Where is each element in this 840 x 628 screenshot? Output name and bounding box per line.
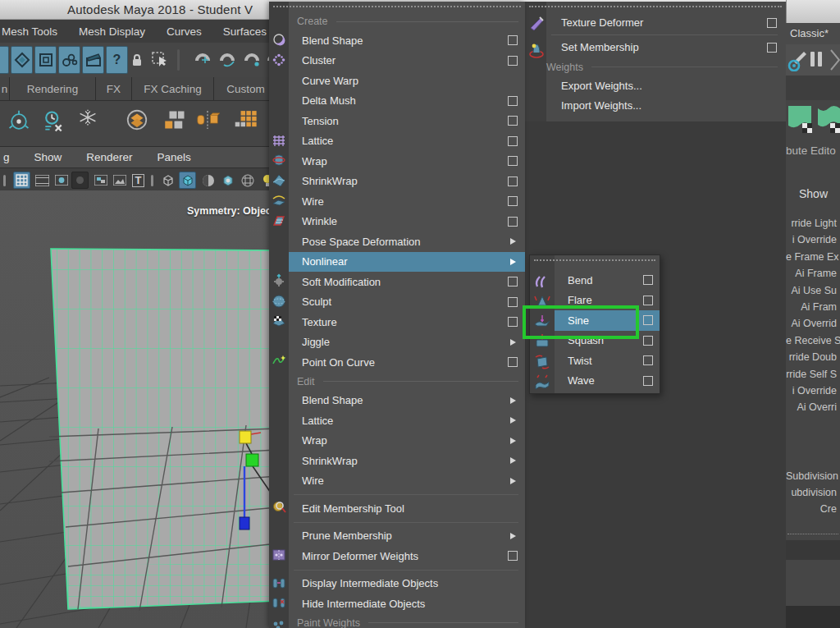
viewport-canvas[interactable] <box>0 190 279 628</box>
film-gate-icon[interactable] <box>34 172 51 189</box>
submenu-item-bend[interactable]: Bend <box>555 270 660 291</box>
option-box[interactable] <box>643 275 653 285</box>
option-box[interactable] <box>508 116 518 126</box>
pause-icon[interactable] <box>818 52 822 66</box>
menu-item-pose-space-deformation[interactable]: Pose Space Deformation <box>289 231 525 252</box>
menu-mesh-tools[interactable]: Mesh Tools <box>2 25 57 38</box>
menu-item-mirror-deformer-weights[interactable]: Mirror Deformer Weights <box>289 546 525 566</box>
option-box[interactable] <box>643 355 653 365</box>
menu-item-texture[interactable]: Texture <box>289 312 525 332</box>
menu-tearoff-line[interactable] <box>273 6 521 7</box>
menu-item-sculpt[interactable]: Sculpt <box>289 292 525 313</box>
menu-item-edit-membership-tool[interactable]: Edit Membership Tool <box>289 498 525 519</box>
diamond-icon[interactable] <box>11 46 33 74</box>
option-box[interactable] <box>643 296 653 305</box>
snap-curve-magnet-icon[interactable] <box>215 48 240 72</box>
slider-handle-icon[interactable] <box>2 172 8 189</box>
wireframe-cube-icon[interactable] <box>159 172 176 189</box>
option-box[interactable] <box>508 156 518 166</box>
menu-item-cluster[interactable]: Cluster <box>289 51 525 71</box>
menu-item-edit-shrinkwrap[interactable]: ShrinkWrap <box>289 451 525 471</box>
joint-handle-green[interactable] <box>246 454 258 466</box>
menu-item-import-weights[interactable]: Import Weights... <box>546 95 786 115</box>
attribute-editor-show-menu[interactable]: Show <box>799 187 828 200</box>
menu-item-edit-wrap[interactable]: Wrap <box>289 431 525 452</box>
field-chart-icon[interactable] <box>92 172 109 189</box>
menu-surfaces[interactable]: Surfaces <box>223 25 267 38</box>
menu-item-wrap[interactable]: Wrap <box>289 151 525 172</box>
menu-item-prune-membership[interactable]: Prune Membership <box>289 526 525 547</box>
tab-fx-caching[interactable]: FX Caching <box>132 77 214 100</box>
option-box[interactable] <box>508 277 518 286</box>
shaded-textured-icon[interactable] <box>199 172 217 189</box>
option-box[interactable] <box>508 217 518 227</box>
menu-curves[interactable]: Curves <box>167 25 202 38</box>
snap-partial-button[interactable] <box>0 46 9 74</box>
menu-item-shrinkwrap[interactable]: ShrinkWrap <box>289 172 525 192</box>
menu-item-blend-shape[interactable]: Blend Shape <box>289 30 525 51</box>
menu-item-lattice[interactable]: Lattice <box>289 131 525 152</box>
render-layers-icon[interactable] <box>125 108 149 132</box>
option-box[interactable] <box>643 376 653 386</box>
menu-item-jiggle[interactable]: Jiggle <box>289 332 525 353</box>
shaded-cube-icon[interactable] <box>179 172 196 189</box>
option-box[interactable] <box>508 56 518 66</box>
joint-handle-blue[interactable] <box>240 517 249 529</box>
menu-item-display-intermediate-objects[interactable]: Display Intermediate Objects <box>289 574 525 594</box>
pivot-icon[interactable] <box>7 109 31 134</box>
menu-item-nonlinear[interactable]: Nonlinear <box>289 252 525 273</box>
option-box[interactable] <box>508 297 518 307</box>
resolution-gate-icon[interactable] <box>52 172 70 189</box>
attribute-editor-tab[interactable]: bute Edito <box>786 144 840 161</box>
clapperboard-icon[interactable] <box>82 46 104 74</box>
option-box[interactable] <box>508 196 518 206</box>
textured-cube-icon[interactable] <box>219 172 236 189</box>
cloth-shelf-icon[interactable] <box>788 105 814 136</box>
snowflake-icon[interactable] <box>75 106 100 131</box>
snap-point-magnet-icon[interactable] <box>240 48 264 72</box>
menu-item-edit-lattice[interactable]: Lattice <box>289 410 525 431</box>
lock-icon[interactable] <box>125 48 149 72</box>
menu-item-edit-wire[interactable]: Wire <box>289 471 525 492</box>
menu-item-edit-blend-shape[interactable]: Blend Shape <box>289 391 525 411</box>
option-box[interactable] <box>643 315 653 325</box>
option-box[interactable] <box>508 317 518 327</box>
pencil-gear-icon[interactable] <box>788 48 807 71</box>
cluster-icon[interactable] <box>58 46 80 74</box>
layer-squares-icon[interactable] <box>161 108 185 132</box>
submenu-item-twist[interactable]: Twist <box>555 351 660 371</box>
option-box[interactable] <box>508 357 518 367</box>
menu-item-texture-deformer[interactable]: Texture Deformer <box>546 11 786 34</box>
workspace-selector[interactable]: Classic* <box>786 23 840 44</box>
tab-partial[interactable]: n <box>0 77 10 100</box>
option-box[interactable] <box>508 35 518 45</box>
cloth-shelf-icon[interactable] <box>817 105 840 136</box>
viewport-panel[interactable]: Symmetry: Object <box>0 190 279 628</box>
option-box[interactable] <box>508 136 518 146</box>
menu-item-wire[interactable]: Wire <box>289 191 525 212</box>
checker-sphere-icon[interactable] <box>239 172 256 189</box>
menu-item-wrinkle[interactable]: Wrinkle <box>289 212 525 232</box>
option-box[interactable] <box>767 43 777 53</box>
grid-objects-icon[interactable] <box>233 108 258 132</box>
grid-toggle-icon[interactable] <box>13 172 30 189</box>
menu-item-tension[interactable]: Tension <box>289 111 525 131</box>
menu-tearoff-line[interactable] <box>529 6 782 7</box>
option-box[interactable] <box>508 551 518 561</box>
menu-item-hide-intermediate-objects[interactable]: Hide Intermediate Objects <box>289 594 525 614</box>
lattice-icon[interactable] <box>34 46 57 74</box>
tab-rendering[interactable]: Rendering <box>10 77 96 100</box>
joint-handle-yellow[interactable] <box>240 431 251 443</box>
option-box[interactable] <box>767 18 777 28</box>
tab-fx[interactable]: FX <box>96 77 132 100</box>
menu-item-export-weights[interactable]: Export Weights... <box>546 76 786 95</box>
text-tool-icon[interactable]: T <box>130 172 147 189</box>
menu-item-soft-modification[interactable]: Soft Modification <box>289 272 525 292</box>
slider-handle-icon[interactable] <box>149 172 156 189</box>
submenu-item-wave[interactable]: Wave <box>555 371 660 392</box>
menu-item-set-membership[interactable]: Set Membership <box>546 36 786 58</box>
marquee-select-icon[interactable] <box>148 48 172 72</box>
panel-menu-renderer[interactable]: Renderer <box>86 151 132 163</box>
menu-item-delta-mush[interactable]: Delta Mush <box>289 91 525 112</box>
isolate-objects-icon[interactable] <box>195 108 220 132</box>
